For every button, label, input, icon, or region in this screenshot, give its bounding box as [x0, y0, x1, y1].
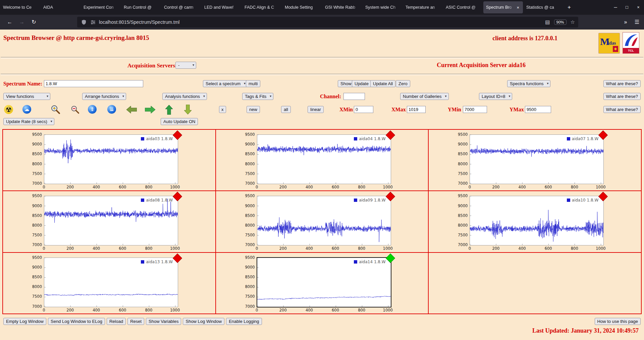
spectrum-plot-aida09[interactable]: [257, 196, 391, 245]
gallery-cell: 7000750080008500900095000200400600800100…: [428, 191, 641, 252]
close-window-icon[interactable]: ×: [633, 0, 644, 15]
multi-button[interactable]: multi: [246, 80, 260, 87]
analysis-functions-value: Analysis functions: [165, 94, 200, 99]
browser-tab[interactable]: Experiment Con: [81, 1, 120, 13]
footer-buttons: Empty Log WindowSend Log Window to ELogR…: [3, 318, 262, 325]
bookmark-star-icon[interactable]: ☆: [571, 19, 575, 25]
forward-icon[interactable]: →: [17, 17, 27, 27]
browser-tab[interactable]: GSI White Rabb: [322, 1, 362, 13]
tags-fits-dropdown[interactable]: Tags & Fits ▾: [242, 93, 273, 100]
arrange-functions-dropdown[interactable]: Arrange functions ▾: [82, 93, 126, 100]
shift-right-icon[interactable]: [145, 106, 156, 115]
footer-button-reset[interactable]: Reset: [127, 318, 144, 325]
how-to-use-button[interactable]: How to use this page: [595, 318, 641, 325]
spectrum-plot-aida07[interactable]: [470, 134, 604, 184]
radiation-icon[interactable]: ☢: [4, 105, 13, 114]
zoom-out-icon[interactable]: [70, 105, 79, 115]
zero-button[interactable]: Zero: [396, 80, 410, 87]
spectrum-plot-aida10[interactable]: [470, 196, 604, 245]
y-axis-label: 9500: [26, 193, 42, 198]
footer-button-show-variables[interactable]: Show Variables: [146, 318, 181, 325]
footer-button-show-log-window[interactable]: Show Log Window: [183, 318, 224, 325]
y-axis-label: 8500: [452, 213, 468, 218]
url-bar[interactable]: localhost:8015/Spectrum/Spectrum.tml ▤ 9…: [77, 17, 578, 27]
footer-button-reload[interactable]: Reload: [107, 318, 126, 325]
update-rate-dropdown[interactable]: Update Rate (8 secs) ▾: [3, 118, 54, 125]
browser-tab[interactable]: Statistics @ ca: [524, 1, 563, 13]
y-axis-label: 8000: [26, 284, 42, 289]
all-button[interactable]: all: [281, 106, 291, 113]
tcl-logo-text: TCL: [623, 48, 639, 53]
browser-tab[interactable]: Module Setting: [282, 1, 322, 13]
ymin-input[interactable]: [463, 106, 487, 113]
permissions-sliders-icon[interactable]: [91, 20, 96, 25]
minimize-window-icon[interactable]: ─: [610, 0, 621, 15]
select-spectrum-dropdown[interactable]: Select a spectrum ▾: [203, 80, 248, 87]
reload-icon[interactable]: ↻: [29, 17, 39, 27]
chevron-down-icon: ▾: [547, 81, 548, 85]
x-axis-button[interactable]: x: [219, 106, 226, 113]
spectrum-plot-aida03[interactable]: [44, 134, 178, 184]
close-tab-icon[interactable]: ×: [516, 5, 520, 10]
browser-tab[interactable]: Temperature an: [403, 1, 442, 13]
shift-left-icon[interactable]: [126, 106, 137, 115]
expand-y-icon[interactable]: ⇕: [88, 105, 97, 114]
spectrum-plot-aida04[interactable]: [257, 134, 391, 184]
layout-id-dropdown[interactable]: Layout ID=8 ▾: [479, 93, 512, 100]
maximize-window-icon[interactable]: □: [621, 0, 633, 15]
browser-tab[interactable]: Run Control @: [121, 1, 161, 13]
browser-tab[interactable]: ASIC Control @: [443, 1, 483, 13]
zoom-level-badge[interactable]: 90%: [554, 19, 567, 25]
acquisition-server-value: -: [178, 63, 179, 68]
browser-tab[interactable]: AIDA: [41, 1, 80, 13]
footer-button-enable-logging[interactable]: Enable Logging: [226, 318, 262, 325]
back-icon[interactable]: ←: [5, 17, 15, 27]
reader-mode-icon[interactable]: ▤: [545, 19, 550, 25]
browser-tab[interactable]: Spectrum Bro×: [483, 1, 523, 13]
shift-up-icon[interactable]: [165, 105, 173, 116]
shift-down-icon[interactable]: [184, 105, 192, 116]
x-axis-label: 1000: [593, 185, 608, 189]
spectra-functions-dropdown[interactable]: Spectra functions ▾: [507, 80, 550, 87]
browser-tab[interactable]: Welcome to Ce: [0, 1, 40, 13]
x-axis-label: 600: [328, 246, 343, 251]
xmin-input[interactable]: [354, 106, 373, 113]
browser-tab[interactable]: Control @ carm: [161, 1, 201, 13]
spectrum-plot-aida14[interactable]: [257, 257, 391, 307]
what-are-these-button[interactable]: What are these?: [603, 93, 641, 100]
number-of-galleries-dropdown[interactable]: Number of Galleries ▾: [400, 93, 449, 100]
analysis-functions-dropdown[interactable]: Analysis functions ▾: [162, 93, 207, 100]
shield-icon[interactable]: [81, 19, 87, 25]
what-are-these-button[interactable]: What are these?: [603, 106, 641, 113]
new-tab-button[interactable]: +: [565, 3, 574, 12]
ymax-input[interactable]: [525, 106, 551, 113]
browser-tab[interactable]: LED and Wavef: [202, 1, 241, 13]
compress-y-icon[interactable]: ⇊: [107, 105, 116, 114]
browser-tab[interactable]: System wide Ch: [363, 1, 402, 13]
browser-tab[interactable]: FADC Align & C: [242, 1, 281, 13]
update-button[interactable]: Update: [352, 80, 371, 87]
zoom-in-icon[interactable]: [50, 104, 60, 116]
url-text[interactable]: localhost:8015/Spectrum/Spectrum.tml: [99, 19, 179, 25]
linear-button[interactable]: linear: [308, 106, 324, 113]
update-all-button[interactable]: Update All: [370, 80, 395, 87]
view-functions-value: View functions: [6, 94, 34, 99]
view-functions-dropdown[interactable]: View functions ▾: [3, 93, 50, 100]
y-axis-label: 9000: [452, 204, 468, 208]
blue-sphere-icon[interactable]: ☁: [22, 105, 31, 114]
spectrum-name-input[interactable]: [44, 80, 143, 87]
url-bar-actions: ▤ 90% ☆: [545, 19, 575, 25]
channel-input[interactable]: [343, 93, 365, 100]
spectrum-plot-aida13[interactable]: [44, 258, 178, 307]
overflow-menu-icon[interactable]: »: [621, 17, 631, 27]
new-button[interactable]: new: [247, 106, 260, 113]
what-are-these-button[interactable]: What are these?: [603, 80, 641, 87]
acquisition-server-dropdown[interactable]: - ▾: [175, 62, 196, 69]
spectrum-plot-aida08[interactable]: [44, 196, 178, 245]
auto-update-button[interactable]: Auto Update ON: [161, 118, 198, 125]
x-axis-label: 600: [541, 246, 556, 251]
menu-icon[interactable]: ☰: [632, 17, 642, 27]
footer-button-send-log-window-to-elog[interactable]: Send Log Window to ELog: [48, 318, 105, 325]
xmax-input[interactable]: [407, 106, 426, 113]
footer-button-empty-log-window[interactable]: Empty Log Window: [3, 318, 46, 325]
